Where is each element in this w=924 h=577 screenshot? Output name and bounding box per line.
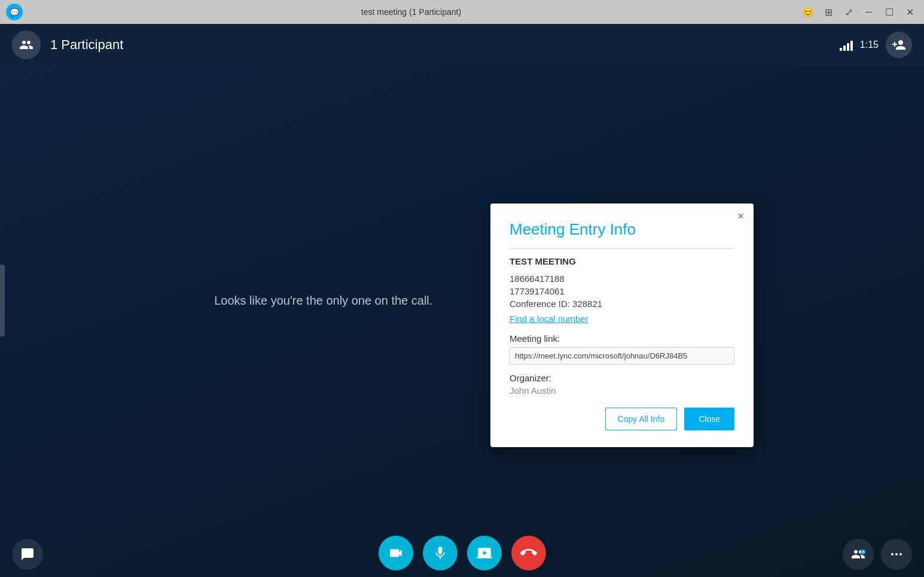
- modal-footer: Copy All Info Close: [510, 408, 734, 430]
- modal-conference-id: Conference ID: 328821: [510, 299, 734, 309]
- screenshot-button[interactable]: ⊞: [820, 4, 837, 20]
- organizer-value: John Austin: [510, 385, 734, 396]
- modal-phone-1: 18666417188: [510, 274, 734, 284]
- modal-phone-2: 17739174061: [510, 286, 734, 296]
- organizer-label: Organizer:: [510, 373, 734, 383]
- modal-meeting-name: TEST MEETING: [510, 256, 734, 266]
- modal-title: Meeting Entry Info: [510, 220, 734, 239]
- meeting-entry-info-modal: × Meeting Entry Info TEST MEETING 186664…: [490, 204, 754, 447]
- title-bar: 💬 test meeting (1 Participant) 😊 ⊞ ⤢ ─ ☐…: [0, 0, 924, 24]
- title-bar-controls: 😊 ⊞ ⤢ ─ ☐ ✕: [800, 4, 924, 20]
- main-video-area: 1 Participant 1:15 Looks like you're the…: [0, 24, 924, 577]
- emoji-button[interactable]: 😊: [800, 4, 816, 20]
- modal-overlay: × Meeting Entry Info TEST MEETING 186664…: [0, 24, 924, 577]
- skype-logo: 💬: [6, 4, 23, 20]
- conference-id-value: 328821: [572, 299, 602, 309]
- fullscreen-button[interactable]: ⤢: [840, 4, 857, 20]
- skype-icon: 💬: [10, 8, 19, 17]
- conference-id-label: Conference ID:: [510, 299, 570, 309]
- copy-all-info-button[interactable]: Copy All Info: [605, 408, 678, 430]
- restore-button[interactable]: ☐: [881, 4, 898, 20]
- close-button[interactable]: ✕: [901, 4, 918, 20]
- meeting-link-label: Meeting link:: [510, 333, 734, 344]
- modal-divider: [510, 248, 734, 249]
- minimize-button[interactable]: ─: [861, 4, 877, 20]
- meeting-link-url: https://meet.lync.com/microsoft/johnau/D…: [510, 347, 734, 365]
- find-local-number-link[interactable]: Find a local number: [510, 314, 734, 324]
- modal-close-icon[interactable]: ×: [737, 211, 744, 221]
- window-title: test meeting (1 Participant): [23, 7, 800, 17]
- title-bar-left: 💬: [0, 4, 23, 20]
- close-modal-button[interactable]: Close: [684, 408, 734, 430]
